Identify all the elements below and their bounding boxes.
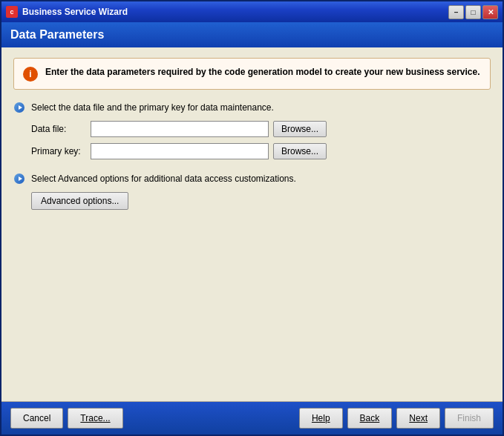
primary-key-label: Primary key: (31, 146, 91, 156)
primary-key-row: Primary key: Browse... (13, 143, 491, 159)
page-header: Data Parameters (1, 22, 503, 47)
wizard-window: c Business Service Wizard – □ ✕ Data Par… (0, 0, 504, 436)
primary-key-browse-button[interactable]: Browse... (273, 143, 327, 159)
cancel-button[interactable]: Cancel (10, 408, 63, 429)
section1-arrow-icon (13, 102, 25, 113)
section2-header: Select Advanced options for additional d… (13, 173, 491, 185)
finish-button[interactable]: Finish (445, 408, 494, 429)
app-icon: c (6, 6, 18, 18)
window-controls: – □ ✕ (448, 5, 498, 19)
maximize-button[interactable]: □ (465, 5, 481, 19)
section-advanced: Select Advanced options for additional d… (13, 173, 491, 210)
close-button[interactable]: ✕ (482, 5, 498, 19)
content-area: i Enter the data parameters required by … (1, 47, 503, 402)
data-file-row: Data file: Browse... (13, 121, 491, 137)
window-title: Business Service Wizard (22, 7, 448, 17)
data-file-browse-button[interactable]: Browse... (273, 121, 327, 137)
minimize-button[interactable]: – (448, 5, 464, 19)
info-text: Enter the data parameters required by th… (45, 66, 480, 79)
section-data-file: Select the data file and the primary key… (13, 102, 491, 159)
trace-button[interactable]: Trace... (68, 408, 122, 429)
section2-arrow-icon (13, 173, 25, 185)
data-file-input[interactable] (91, 121, 269, 137)
info-icon: i (23, 67, 38, 82)
page-title: Data Parameters (10, 28, 104, 41)
footer: Cancel Trace... Help Back Next Finish (1, 402, 503, 435)
back-button[interactable]: Back (347, 408, 393, 429)
help-button[interactable]: Help (299, 408, 343, 429)
section1-header: Select the data file and the primary key… (13, 102, 491, 113)
section1-label: Select the data file and the primary key… (31, 102, 274, 113)
title-bar: c Business Service Wizard – □ ✕ (1, 1, 503, 22)
info-box: i Enter the data parameters required by … (13, 58, 491, 90)
next-button[interactable]: Next (396, 408, 440, 429)
advanced-options-button[interactable]: Advanced options... (31, 192, 128, 210)
data-file-label: Data file: (31, 124, 91, 134)
primary-key-input[interactable] (91, 143, 269, 159)
section2-label: Select Advanced options for additional d… (31, 174, 296, 184)
